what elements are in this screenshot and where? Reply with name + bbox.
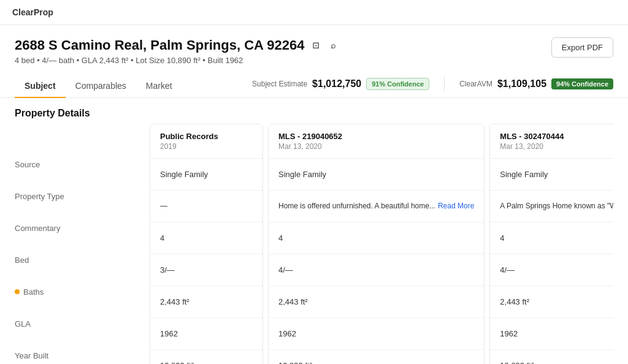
row-lot-size-2: 10,890 ft² [490,350,613,364]
tab-comparables[interactable]: Comparables [66,75,136,98]
row-commentary-2: A Palm Springs Home known as "Walt Disne… [490,191,613,222]
row-lot-size-0: 10,890 ft² [150,350,262,364]
row-year-built-1: 1962 [269,318,484,350]
divider [444,77,445,91]
search-icon[interactable]: ⌕ [326,39,340,52]
subject-estimate-value: $1,012,750 [312,78,361,89]
data-columns: Public Records 2019 Single Family — 4 3/… [150,124,613,364]
address-block: 2688 S Camino Real, Palm Springs, CA 922… [15,37,340,65]
copy-icon[interactable]: ⊡ [309,39,323,52]
address-title: 2688 S Camino Real, Palm Springs, CA 922… [15,37,340,53]
row-lot-size-1: 10,890 ft² [269,350,484,364]
clearavm-confidence-badge: 94% Confidence [551,78,613,89]
labels-column: Source Property Type Commentary Bed Bath… [15,124,150,364]
col-header-1: MLS - 219040652 Mar 13, 2020 [269,124,484,159]
row-gla-1: 2,443 ft² [269,286,484,318]
label-property-type: Property Type [15,180,150,212]
read-more-1[interactable]: Read More [438,201,474,211]
col-source-name-0: Public Records [160,132,253,141]
data-col-mls-1: MLS - 219040652 Mar 13, 2020 Single Fami… [268,124,484,364]
row-commentary-0: — [150,191,262,222]
row-bed-0: 4 [150,222,262,254]
clearavm-label: ClearAVM [459,80,492,88]
data-col-public-records: Public Records 2019 Single Family — 4 3/… [150,124,263,364]
col-source-name-2: MLS - 302470444 [500,132,613,141]
row-property-type-1: Single Family [269,159,484,191]
label-source: Source [15,148,150,180]
row-bed-1: 4 [269,222,484,254]
estimates-bar: Subject Estimate $1,012,750 91% Confiden… [252,77,613,96]
col-source-date-0: 2019 [160,142,253,151]
subject-estimate-label: Subject Estimate [252,80,307,88]
subject-confidence-badge: 91% Confidence [366,78,429,90]
row-property-type-2: Single Family [490,159,613,191]
row-commentary-1: Home is offered unfurnished. A beautiful… [269,191,484,222]
clearavm-value: $1,109,105 [497,78,546,89]
row-baths-0: 3/— [150,254,262,286]
export-pdf-button[interactable]: Export PDF [551,37,613,58]
row-gla-2: 2,443 ft² [490,286,613,318]
label-commentary: Commentary [15,212,150,244]
commentary-text-1: Home is offered unfurnished. A beautiful… [278,201,435,211]
tabs-left: Subject Comparables Market [15,75,182,97]
row-year-built-2: 1962 [490,318,613,350]
label-year-built: Year Built [15,339,150,364]
address-sub-info: 4 bed • 4/— bath • GLA 2,443 ft² • Lot S… [15,56,340,65]
col-source-date-2: Mar 13, 2020 [500,142,613,151]
details-grid: Source Property Type Commentary Bed Bath… [15,124,613,364]
row-gla-0: 2,443 ft² [150,286,262,318]
col-source-date-1: Mar 13, 2020 [278,142,474,151]
label-baths: Baths [15,276,150,308]
baths-dot [15,289,20,294]
clearavm-estimate: ClearAVM $1,109,105 94% Confidence [459,78,613,89]
label-bed: Bed [15,244,150,276]
col-header-2: MLS - 302470444 Mar 13, 2020 [490,124,613,159]
data-col-mls-2: MLS - 302470444 Mar 13, 2020 Single Fami… [489,124,613,364]
row-baths-1: 4/— [269,254,484,286]
nav-tabs: Subject Comparables Market Subject Estim… [0,75,628,98]
address-text: 2688 S Camino Real, Palm Springs, CA 922… [15,37,304,53]
commentary-text-2: A Palm Springs Home known as "Walt Disne… [500,201,613,211]
col-source-name-1: MLS - 219040652 [278,132,474,141]
row-bed-2: 4 [490,222,613,254]
label-gla: GLA [15,308,150,339]
subject-estimate: Subject Estimate $1,012,750 91% Confiden… [252,78,429,90]
row-baths-2: 4/— [490,254,613,286]
header-section: 2688 S Camino Real, Palm Springs, CA 922… [0,25,628,65]
main-content: Property Details Source Property Type Co… [0,98,628,364]
top-bar: ClearProp [0,0,628,25]
col-header-0: Public Records 2019 [150,124,262,159]
property-details-title: Property Details [15,98,613,124]
logo: ClearProp [12,7,53,17]
tab-subject[interactable]: Subject [15,75,66,98]
address-icons: ⊡ ⌕ [309,39,340,52]
row-year-built-0: 1962 [150,318,262,350]
row-property-type-0: Single Family [150,159,262,191]
tab-market[interactable]: Market [136,75,182,98]
